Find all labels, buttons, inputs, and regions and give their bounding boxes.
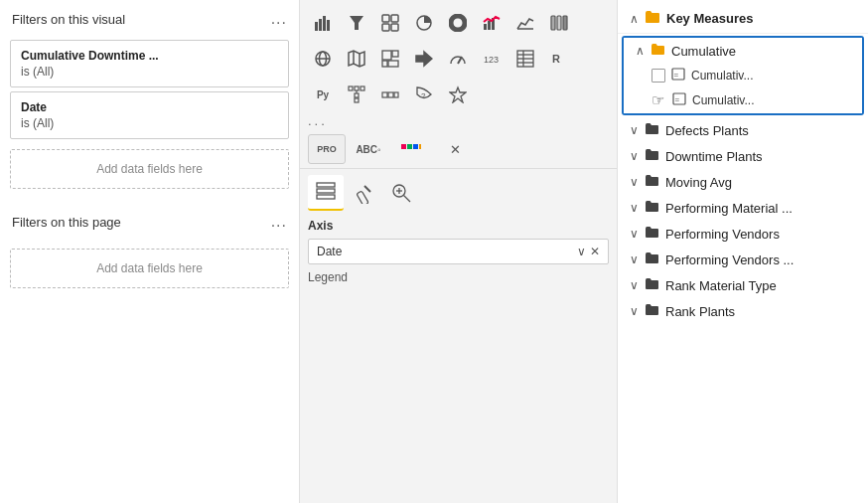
viz-ellipsis[interactable]: ... [300, 111, 617, 132]
field-group-defects-header[interactable]: ∨ Defects Plants [618, 117, 868, 143]
arrow-icon[interactable] [407, 42, 441, 76]
rank-plants-chevron: ∨ [630, 304, 639, 318]
axis-field-value: Date [317, 245, 342, 258]
remove-visual-icon[interactable]: ✕ [435, 134, 475, 164]
ribbon-chart-icon[interactable] [542, 6, 576, 40]
field-group-perf-vendors2-header[interactable]: ∨ Performing Vendors ... [618, 247, 868, 272]
field-group-perf-vendors-header[interactable]: ∨ Performing Vendors [618, 221, 868, 247]
decomp-tree-icon[interactable] [340, 78, 373, 111]
paginated-report-icon[interactable] [373, 78, 407, 111]
cumulative-checkbox-1[interactable] [651, 69, 665, 83]
viz-panel: 123 R Py ? ... PRO ABC◦ ✕ [300, 0, 618, 503]
svg-text:?: ? [421, 91, 426, 100]
svg-rect-40 [361, 86, 364, 90]
rank-plants-folder-icon [645, 303, 659, 319]
svg-rect-5 [382, 15, 389, 22]
field-group-downtime-header[interactable]: ∨ Downtime Plants [618, 143, 868, 169]
matrix-icon[interactable]: R [542, 42, 576, 76]
field-group-rank-material-header[interactable]: ∨ Rank Material Type [618, 272, 868, 298]
filter-card-date-value: is (All) [21, 116, 278, 130]
svg-marker-48 [450, 87, 466, 102]
funnel-icon[interactable] [340, 6, 373, 40]
table-visual-icon[interactable] [508, 42, 542, 76]
color-palette-icon[interactable] [391, 134, 431, 164]
svg-point-11 [454, 19, 462, 27]
svg-rect-38 [349, 86, 353, 90]
svg-rect-28 [388, 61, 398, 67]
rank-plants-group-name: Rank Plants [665, 304, 735, 319]
svg-rect-7 [382, 24, 389, 31]
axis-field-row[interactable]: Date ∨ ✕ [308, 239, 609, 264]
svg-rect-50 [407, 144, 412, 149]
tab-analytics[interactable] [383, 175, 419, 211]
page-add-data-fields[interactable]: Add data fields here [10, 249, 289, 288]
field-group-cumulative-highlighted: ∧ Cumulative = Cumulativ... ☞ = Cumulati… [622, 36, 864, 115]
rank-material-folder-icon [645, 277, 659, 293]
combo-chart-icon[interactable] [475, 6, 508, 40]
tab-format[interactable] [346, 175, 381, 211]
filter-card-date[interactable]: Date is (All) [10, 91, 289, 139]
visual-add-data-fields[interactable]: Add data fields here [10, 149, 289, 189]
field-group-cumulative-header[interactable]: ∧ Cumulative [624, 38, 862, 64]
field-group-perf-vendors2: ∨ Performing Vendors ... [618, 247, 868, 272]
field-group-downtime: ∨ Downtime Plants [618, 143, 868, 169]
svg-rect-27 [382, 61, 387, 67]
map-icon[interactable] [340, 42, 373, 76]
svg-rect-16 [551, 16, 555, 30]
donut-chart-icon[interactable] [441, 6, 475, 40]
page-filters-ellipsis[interactable]: ... [271, 213, 287, 231]
field-item-name-1: Cumulativ... [691, 69, 753, 83]
perf-vendors-chevron: ∨ [630, 227, 639, 241]
axis-field-chevron[interactable]: ∨ [577, 245, 586, 258]
smart-narrative-icon[interactable] [441, 78, 475, 111]
field-item-cumulativ-1[interactable]: = Cumulativ... [624, 64, 862, 87]
field-group-moving-avg-header[interactable]: ∨ Moving Avg [618, 169, 868, 195]
axis-field-remove[interactable]: ✕ [590, 245, 600, 258]
cumulative-folder-icon [651, 43, 665, 59]
svg-text:R: R [552, 53, 560, 65]
svg-rect-44 [382, 92, 387, 97]
defects-group-name: Defects Plants [665, 123, 749, 138]
build-section: Axis Date ∨ ✕ Legend [300, 169, 617, 503]
field-group-rank-plants-header[interactable]: ∨ Rank Plants [618, 298, 868, 324]
filter-card-date-title: Date [21, 100, 278, 114]
field-panel-collapse-icon[interactable]: ∧ [630, 12, 639, 26]
globe-icon[interactable] [306, 42, 340, 76]
pie-chart-icon[interactable] [407, 6, 441, 40]
svg-rect-1 [319, 19, 322, 31]
treemap-icon[interactable] [373, 42, 407, 76]
svg-marker-22 [349, 51, 364, 67]
perf-vendors2-folder-icon [645, 252, 659, 267]
area-chart-icon[interactable] [508, 6, 542, 40]
svg-rect-51 [413, 144, 418, 149]
moving-avg-chevron: ∨ [630, 175, 639, 189]
svg-text:=: = [674, 71, 679, 80]
kpi-icon[interactable]: 123 [475, 42, 508, 76]
page-filters-header: Filters on this page ... [0, 203, 299, 239]
field-group-moving-avg: ∨ Moving Avg [618, 169, 868, 195]
downtime-folder-icon [645, 148, 659, 164]
filter-card-cumulative[interactable]: Cumulative Downtime ... is (All) [10, 40, 289, 87]
qa-icon[interactable]: ? [407, 78, 441, 111]
python-icon[interactable]: Py [306, 78, 340, 111]
tab-fields[interactable] [308, 175, 344, 211]
filter-card-cumulative-value: is (All) [21, 65, 278, 79]
field-panel-header: ∧ Key Measures [618, 0, 868, 34]
bar-chart-icon[interactable] [306, 6, 340, 40]
pro-icon[interactable]: PRO [308, 134, 346, 164]
key-measures-folder-icon [645, 10, 660, 27]
visual-filters-title: Filters on this visual [12, 12, 125, 27]
visual-filters-ellipsis[interactable]: ... [271, 10, 287, 28]
svg-rect-2 [323, 16, 326, 31]
perf-vendors-folder-icon [645, 226, 659, 242]
moving-avg-folder-icon [645, 174, 659, 190]
field-panel: ∧ Key Measures ∧ Cumulative = Cumulativ.… [618, 0, 868, 503]
axis-field-actions: ∨ ✕ [577, 245, 600, 258]
gauge-icon[interactable] [441, 42, 475, 76]
measure-icon-1: = [671, 68, 685, 84]
field-item-cumulativ-2[interactable]: ☞ = Cumulativ... [624, 87, 862, 113]
abc-icon[interactable]: ABC◦ [350, 134, 387, 164]
svg-rect-6 [391, 15, 398, 22]
scatter-plot-icon[interactable] [373, 6, 407, 40]
field-group-perf-material-header[interactable]: ∨ Performing Material ... [618, 195, 868, 221]
